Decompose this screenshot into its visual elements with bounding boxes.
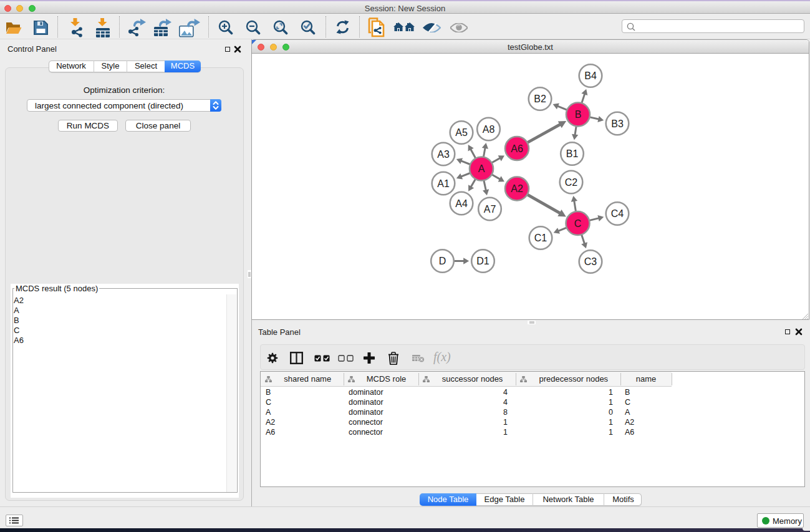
svg-text:B: B	[575, 109, 582, 120]
svg-text:C3: C3	[584, 256, 597, 267]
svg-text:A1: A1	[437, 178, 450, 189]
svg-text:B4: B4	[584, 70, 597, 81]
svg-text:A5: A5	[455, 127, 468, 138]
svg-text:C2: C2	[565, 177, 578, 188]
svg-text:A6: A6	[511, 143, 523, 154]
svg-text:A4: A4	[455, 198, 468, 209]
svg-text:C1: C1	[534, 233, 547, 243]
svg-text:C4: C4	[611, 208, 624, 219]
svg-text:A3: A3	[437, 149, 450, 160]
svg-text:B2: B2	[534, 94, 546, 104]
svg-text:A2: A2	[511, 183, 523, 194]
svg-text:B3: B3	[611, 118, 624, 129]
svg-text:A7: A7	[484, 204, 496, 215]
svg-text:A: A	[478, 163, 485, 174]
svg-text:D: D	[439, 256, 446, 266]
svg-text:B1: B1	[566, 148, 579, 159]
svg-text:A8: A8	[483, 124, 495, 135]
svg-text:C: C	[574, 218, 582, 229]
svg-text:D1: D1	[476, 256, 489, 266]
